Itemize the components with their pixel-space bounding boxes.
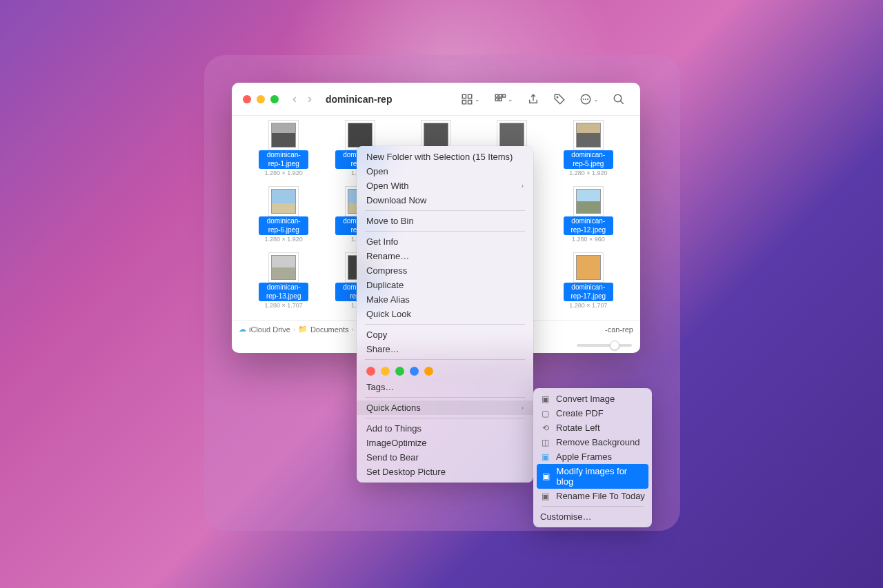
- menu-send-to-bear[interactable]: Send to Bear: [357, 450, 533, 465]
- file-name: dominican-rep-5.jpeg: [564, 150, 613, 169]
- svg-rect-3: [468, 100, 472, 103]
- menu-make-alias[interactable]: Make Alias: [357, 292, 533, 307]
- icloud-icon: ☁︎: [239, 325, 246, 334]
- tag-blue[interactable]: [410, 367, 419, 376]
- forward-button[interactable]: ›: [305, 92, 315, 106]
- share-icon[interactable]: [523, 93, 544, 105]
- quick-actions-submenu: ▣Convert Image ▢Create PDF ⟲Rotate Left …: [533, 388, 652, 527]
- menu-copy[interactable]: Copy: [357, 327, 533, 342]
- image-icon: ▣: [540, 394, 550, 404]
- qa-rename-file-today[interactable]: ▣Rename File To Today: [533, 489, 652, 503]
- file-thumbnail: [424, 123, 448, 148]
- context-menu: New Folder with Selection (15 Items) Ope…: [357, 146, 533, 483]
- tag-red[interactable]: [366, 367, 375, 376]
- svg-rect-8: [499, 98, 502, 101]
- qa-create-pdf[interactable]: ▢Create PDF: [533, 406, 652, 420]
- file-thumbnail: [271, 123, 296, 148]
- svg-point-9: [557, 97, 558, 98]
- svg-rect-5: [499, 94, 502, 97]
- close-button[interactable]: [243, 95, 251, 103]
- menu-compress[interactable]: Compress: [357, 263, 533, 278]
- menu-rename[interactable]: Rename…: [357, 249, 533, 263]
- qa-rotate-left[interactable]: ⟲Rotate Left: [533, 420, 652, 435]
- tag-yellow[interactable]: [381, 367, 390, 376]
- file-item[interactable]: dominican-rep-17.jpeg1.280 × 1.707: [550, 255, 626, 320]
- path-segment[interactable]: iCloud Drive: [249, 325, 290, 334]
- tag-icon[interactable]: [549, 93, 570, 105]
- search-icon[interactable]: [608, 93, 629, 105]
- qa-apple-frames[interactable]: ▣Apple Frames: [533, 449, 652, 464]
- folder-icon: 📁: [298, 325, 308, 334]
- menu-share[interactable]: Share…: [357, 342, 533, 356]
- tag-green[interactable]: [395, 367, 404, 376]
- minimize-button[interactable]: [257, 95, 265, 103]
- file-dimensions: 1.280 × 1.707: [569, 302, 607, 309]
- file-item[interactable]: dominican-rep-5.jpeg1.280 × 1.920: [550, 123, 626, 189]
- menu-set-desktop[interactable]: Set Desktop Picture: [357, 465, 533, 479]
- file-dimensions: 1.280 × 1.920: [569, 170, 607, 176]
- back-button[interactable]: ‹: [290, 92, 299, 106]
- path-segment[interactable]: -can-rep: [605, 325, 633, 334]
- svg-point-11: [584, 99, 584, 99]
- menu-get-info[interactable]: Get Info: [357, 234, 533, 249]
- finder-toolbar: ‹ › dominican-rep ⌄ ⌄ ⌄: [232, 83, 640, 116]
- menu-open[interactable]: Open: [357, 164, 533, 179]
- window-title: dominican-rep: [326, 94, 392, 105]
- svg-point-12: [586, 99, 586, 99]
- file-name: dominican-rep-1.jpeg: [259, 150, 308, 169]
- file-name: dominican-rep-6.jpeg: [259, 216, 308, 235]
- tag-colors: [357, 363, 533, 380]
- qa-remove-background[interactable]: ◫Remove Background: [533, 435, 652, 449]
- file-dimensions: 1.280 × 1.920: [265, 170, 303, 176]
- file-dimensions: 1.280 × 1.707: [265, 302, 303, 309]
- qa-customise[interactable]: Customise…: [533, 509, 652, 524]
- menu-tags[interactable]: Tags…: [357, 380, 533, 394]
- document-icon: ▢: [540, 408, 550, 418]
- file-name: dominican-rep-13.jpeg: [259, 283, 308, 301]
- menu-new-folder[interactable]: New Folder with Selection (15 Items): [357, 150, 533, 164]
- file-item[interactable]: dominican-rep-12.jpeg1.280 × 960: [550, 189, 626, 255]
- file-item[interactable]: dominican-rep-6.jpeg1.280 × 1.920: [246, 189, 321, 255]
- file-name: dominican-rep-12.jpeg: [564, 216, 613, 235]
- group-button[interactable]: ⌄: [490, 93, 517, 105]
- background-icon: ◫: [540, 437, 550, 447]
- svg-rect-4: [495, 94, 498, 97]
- menu-open-with[interactable]: Open With›: [357, 179, 533, 193]
- file-thumbnail: [576, 189, 601, 214]
- rotate-icon: ⟲: [540, 423, 550, 433]
- file-thumbnail: [271, 255, 296, 280]
- file-name: dominican-rep-17.jpeg: [564, 283, 613, 301]
- rename-icon: ▣: [540, 491, 550, 501]
- file-thumbnail: [576, 255, 601, 280]
- menu-move-to-bin[interactable]: Move to Bin: [357, 214, 533, 228]
- menu-image-optimize[interactable]: ImageOptimize: [357, 436, 533, 450]
- chevron-right-icon: ›: [522, 182, 524, 190]
- qa-modify-images-for-blog[interactable]: ▣Modify images for blog: [537, 464, 648, 489]
- traffic-lights: [243, 95, 279, 103]
- svg-rect-7: [495, 98, 498, 101]
- menu-quick-look[interactable]: Quick Look: [357, 307, 533, 321]
- menu-quick-actions[interactable]: Quick Actions›: [357, 401, 533, 415]
- menu-duplicate[interactable]: Duplicate: [357, 278, 533, 292]
- maximize-button[interactable]: [270, 95, 279, 103]
- svg-rect-6: [503, 94, 506, 97]
- file-thumbnail: [348, 123, 373, 148]
- view-icons-button[interactable]: ⌄: [457, 93, 484, 105]
- menu-download-now[interactable]: Download Now: [357, 193, 533, 207]
- modify-icon: ▣: [541, 472, 551, 482]
- path-segment[interactable]: Documents: [310, 325, 349, 334]
- tag-orange[interactable]: [424, 367, 433, 376]
- file-dimensions: 1.280 × 960: [572, 236, 605, 243]
- action-menu-icon[interactable]: ⌄: [575, 93, 603, 105]
- file-thumbnail: [576, 123, 601, 148]
- menu-add-to-things[interactable]: Add to Things: [357, 421, 533, 436]
- frames-icon: ▣: [540, 452, 550, 462]
- qa-convert-image[interactable]: ▣Convert Image: [533, 392, 652, 406]
- file-item[interactable]: dominican-rep-13.jpeg1.280 × 1.707: [246, 255, 321, 320]
- svg-rect-1: [468, 94, 472, 98]
- svg-point-14: [614, 94, 622, 102]
- zoom-slider[interactable]: [577, 344, 632, 347]
- chevron-right-icon: ›: [522, 404, 524, 412]
- file-item[interactable]: dominican-rep-1.jpeg1.280 × 1.920: [246, 123, 321, 189]
- svg-rect-2: [462, 100, 466, 103]
